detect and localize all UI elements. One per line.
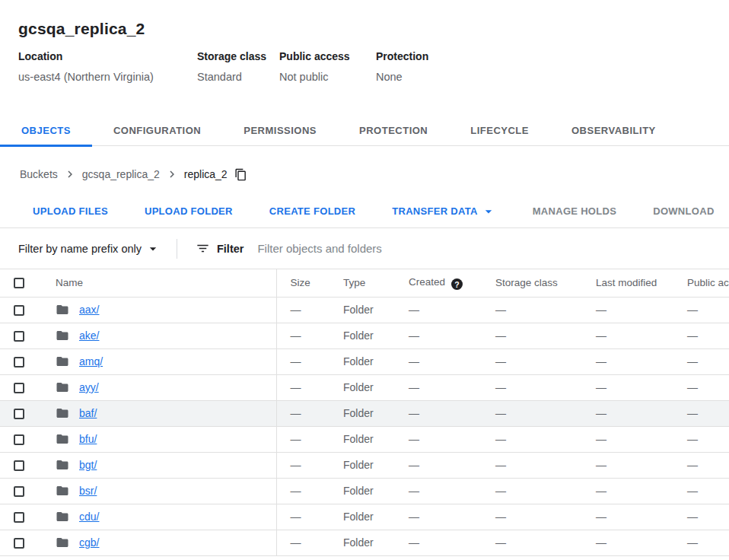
cell-last-modified: —: [596, 374, 687, 400]
tab-objects[interactable]: OBJECTS: [0, 114, 92, 146]
row-checkbox[interactable]: [14, 305, 24, 316]
tab-configuration[interactable]: CONFIGURATION: [92, 114, 222, 146]
cell-storage-class: —: [495, 297, 596, 323]
cell-last-modified: —: [596, 323, 687, 348]
cell-public-access: —: [687, 348, 729, 374]
cell-type: Folder: [343, 478, 409, 504]
create-folder-button[interactable]: CREATE FOLDER: [251, 198, 374, 225]
column-header-type: Type: [343, 269, 409, 297]
folder-link[interactable]: bfu/: [79, 433, 97, 445]
cell-storage-class: —: [495, 323, 596, 348]
help-icon[interactable]: ?: [451, 278, 463, 290]
table-header-row: Name Size Type Created? Storage class La…: [0, 269, 729, 297]
chevron-right-icon: [63, 167, 77, 181]
breadcrumb-buckets[interactable]: Buckets: [20, 168, 58, 180]
cell-type: Folder: [343, 452, 409, 478]
tab-bar: OBJECTS CONFIGURATION PERMISSIONS PROTEC…: [0, 114, 729, 146]
cell-storage-class: —: [495, 426, 596, 452]
folder-link[interactable]: cgb/: [79, 536, 99, 549]
download-button[interactable]: DOWNLOAD: [635, 198, 729, 225]
row-checkbox[interactable]: [14, 486, 24, 497]
cell-type: Folder: [343, 323, 409, 348]
folder-link[interactable]: ayy/: [79, 381, 99, 393]
cell-size: —: [276, 426, 343, 452]
cell-size: —: [276, 297, 343, 323]
table-row: bgt/ — Folder — — — —: [0, 452, 729, 478]
tab-observability[interactable]: OBSERVABILITY: [550, 114, 677, 146]
cell-public-access: —: [687, 452, 729, 478]
cell-public-access: —: [687, 426, 729, 452]
folder-link[interactable]: amq/: [79, 355, 103, 368]
column-header-size: Size: [276, 269, 343, 297]
summary-field-storage-class: Storage class Standard: [197, 50, 279, 84]
table-row: cgb/ — Folder — — — —: [0, 530, 729, 555]
filter-input[interactable]: [256, 241, 717, 256]
created-label: Created: [409, 276, 445, 288]
cell-public-access: —: [687, 530, 729, 555]
row-checkbox[interactable]: [14, 434, 24, 445]
cell-size: —: [276, 504, 343, 530]
tab-permissions[interactable]: PERMISSIONS: [222, 114, 338, 146]
field-value: None: [376, 71, 428, 84]
filter-label: Filter: [217, 243, 244, 255]
filter-icon: [196, 241, 210, 256]
breadcrumb-bucket-name[interactable]: gcsqa_replica_2: [82, 168, 160, 180]
table-row: aax/ — Folder — — — —: [0, 297, 729, 323]
folder-link[interactable]: ake/: [79, 329, 99, 342]
bucket-header: gcsqa_replica_2 Location us-east4 (North…: [0, 0, 729, 84]
row-checkbox[interactable]: [14, 331, 24, 342]
cell-created: —: [409, 400, 495, 426]
manage-holds-button[interactable]: MANAGE HOLDS: [514, 198, 635, 225]
row-checkbox[interactable]: [14, 538, 24, 549]
folder-icon: [56, 432, 69, 446]
cell-last-modified: —: [596, 530, 687, 555]
cell-created: —: [409, 530, 495, 555]
folder-icon: [56, 458, 69, 472]
folder-icon: [56, 406, 69, 420]
summary-field-protection: Protection None: [376, 50, 428, 84]
chevron-down-icon: [145, 241, 161, 256]
folder-link[interactable]: aax/: [79, 304, 99, 316]
cell-created: —: [409, 374, 495, 400]
divider: [177, 239, 177, 259]
field-label: Storage class: [197, 50, 279, 63]
column-header-name: Name: [42, 269, 276, 297]
tab-protection[interactable]: PROTECTION: [338, 114, 449, 146]
cell-size: —: [276, 323, 343, 348]
folder-icon: [56, 355, 69, 368]
table-row: bfu/ — Folder — — — —: [0, 426, 729, 452]
folder-link[interactable]: bgt/: [79, 459, 97, 471]
folder-link[interactable]: bsr/: [79, 485, 97, 497]
cell-public-access: —: [687, 374, 729, 400]
folder-link[interactable]: baf/: [79, 407, 97, 419]
row-checkbox[interactable]: [14, 357, 24, 368]
cell-last-modified: —: [596, 452, 687, 478]
breadcrumb-current-folder: replica_2: [184, 168, 228, 180]
folder-link[interactable]: cdu/: [79, 511, 99, 523]
transfer-data-button[interactable]: TRANSFER DATA: [374, 198, 514, 225]
tab-lifecycle[interactable]: LIFECYCLE: [449, 114, 550, 146]
cell-created: —: [409, 452, 495, 478]
folder-icon: [56, 536, 69, 549]
cell-storage-class: —: [495, 400, 596, 426]
filter-bar: Filter by name prefix only Filter: [0, 228, 729, 269]
cell-type: Folder: [343, 297, 409, 323]
row-checkbox[interactable]: [14, 460, 24, 471]
row-checkbox[interactable]: [14, 512, 24, 523]
transfer-data-label: TRANSFER DATA: [392, 205, 477, 217]
row-checkbox[interactable]: [14, 383, 24, 393]
cell-size: —: [276, 400, 343, 426]
row-checkbox[interactable]: [14, 409, 24, 419]
cell-size: —: [276, 452, 343, 478]
column-header-public-access: Public access: [687, 269, 729, 297]
cell-created: —: [409, 478, 495, 504]
copy-icon[interactable]: [234, 168, 247, 181]
cell-size: —: [276, 374, 343, 400]
upload-folder-button[interactable]: UPLOAD FOLDER: [126, 198, 251, 225]
cell-public-access: —: [687, 323, 729, 348]
filter-scope-select[interactable]: Filter by name prefix only: [18, 241, 161, 256]
upload-files-button[interactable]: UPLOAD FILES: [14, 198, 126, 225]
select-all-checkbox[interactable]: [14, 278, 24, 288]
cell-public-access: —: [687, 478, 729, 504]
cell-created: —: [409, 426, 495, 452]
